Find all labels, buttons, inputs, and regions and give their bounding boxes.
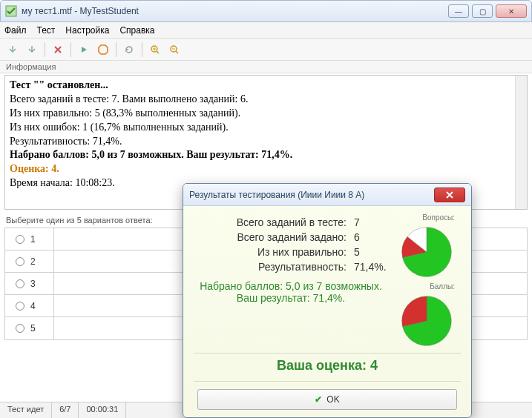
toolbar-separator: [70, 42, 71, 57]
info-line: Тест "" остановлен...: [10, 79, 522, 93]
stop-icon[interactable]: [95, 42, 111, 58]
grade-block: Ваша оценка: 4: [194, 353, 461, 382]
toolbar-separator: [142, 42, 142, 57]
menu-help[interactable]: Справка: [119, 25, 154, 36]
scored-line: Набрано баллов: 5,0 из 7 возможных.: [194, 280, 388, 292]
scores-pie-chart: [399, 293, 454, 348]
play-icon[interactable]: [76, 42, 92, 58]
check-icon: ✔: [315, 394, 322, 405]
questions-pie-chart: [399, 225, 454, 279]
radio-icon[interactable]: [16, 302, 24, 311]
modal-titlebar: Результаты тестирования (Ииии Ииии 8 А): [183, 184, 471, 206]
stat-key: Из них правильно:: [194, 246, 354, 258]
stat-value: 7: [354, 216, 388, 228]
answer-number: 2: [30, 256, 36, 267]
results-modal: Результаты тестирования (Ииии Ииии 8 А) …: [183, 183, 472, 418]
arrow-down-right-icon[interactable]: [24, 42, 40, 58]
stat-key: Результативность:: [194, 261, 354, 273]
arrow-down-left-icon[interactable]: [4, 42, 21, 58]
toolbar-separator: [116, 42, 116, 57]
ok-label: OK: [326, 394, 339, 405]
window-title: му тест1.mtf - MyTestStudent: [22, 6, 448, 16]
zoom-out-icon[interactable]: [166, 42, 183, 58]
info-line: Набрано баллов: 5,0 из 7 возможных. Ваш …: [10, 148, 522, 162]
chart-label-scores: Баллы:: [393, 282, 461, 291]
info-grade-line: Оценка: 4.: [10, 162, 522, 176]
scrollbar[interactable]: [515, 76, 527, 209]
menubar: Файл Тест Настройка Справка: [0, 22, 532, 39]
toolbar: [0, 39, 532, 61]
modal-title: Результаты тестирования (Ииии Ииии 8 А): [189, 190, 434, 200]
window-titlebar: му тест1.mtf - MyTestStudent — ▢ ✕: [0, 0, 532, 22]
delete-icon[interactable]: [50, 42, 66, 58]
maximize-button[interactable]: ▢: [472, 4, 493, 18]
stat-value: 71,4%.: [354, 261, 388, 273]
chart-label-questions: Вопросы:: [393, 213, 461, 222]
info-line: Из них правильно: 5 (83,3% выполненных з…: [10, 107, 522, 121]
status-time: 00:00:31: [79, 402, 126, 418]
answer-number: 4: [30, 301, 36, 311]
charts-column: Вопросы: Баллы:: [393, 213, 461, 348]
answer-number: 1: [30, 234, 36, 245]
scored-block: Набрано баллов: 5,0 из 7 возможных. Ваш …: [194, 276, 388, 310]
zoom-in-icon[interactable]: [147, 42, 163, 58]
answer-number: 5: [30, 323, 36, 334]
stats-column: Всего заданий в тесте:7 Всего заданий за…: [194, 213, 388, 348]
modal-close-button[interactable]: [434, 188, 465, 202]
window-controls: — ▢ ✕: [448, 4, 527, 18]
info-line: Из них ошибок: 1 (16,7% выполненных зада…: [10, 121, 522, 135]
menu-file[interactable]: Файл: [4, 25, 27, 36]
window-close-button[interactable]: ✕: [496, 4, 527, 18]
radio-icon[interactable]: [16, 235, 24, 244]
radio-icon[interactable]: [16, 257, 24, 266]
radio-icon[interactable]: [16, 324, 24, 333]
menu-test[interactable]: Тест: [37, 25, 56, 36]
minimize-button[interactable]: —: [448, 4, 469, 18]
ok-button[interactable]: ✔ OK: [197, 389, 457, 410]
stat-value: 5: [354, 246, 388, 258]
scored-line: Ваш результат: 71,4%.: [194, 292, 388, 304]
stat-key: Всего заданий в тесте:: [194, 216, 354, 228]
info-section-label: Информация: [0, 61, 532, 73]
status-progress: 6/7: [52, 402, 79, 418]
status-running: Тест идет: [0, 402, 52, 418]
toolbar-separator: [45, 42, 45, 57]
stat-key: Всего заданий задано:: [194, 231, 354, 243]
refresh-icon[interactable]: [121, 42, 137, 58]
radio-icon[interactable]: [16, 279, 24, 288]
app-icon: [5, 5, 17, 17]
svg-marker-1: [99, 45, 108, 54]
info-line: Всего заданий в тесте: 7. Вами выполнено…: [10, 93, 522, 107]
answer-number: 3: [30, 279, 36, 289]
info-line: Результативность: 71,4%.: [10, 135, 522, 149]
menu-settings[interactable]: Настройка: [65, 25, 109, 36]
stat-value: 6: [354, 231, 388, 243]
